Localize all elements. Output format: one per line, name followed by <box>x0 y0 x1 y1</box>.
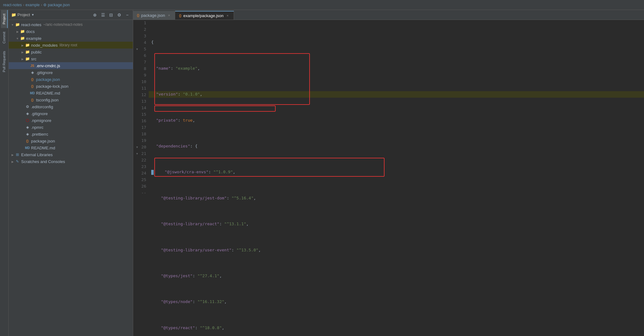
minus-icon[interactable]: − <box>124 12 130 18</box>
no-arrow <box>20 132 25 137</box>
folder-icon: 📁 <box>11 12 16 17</box>
tree-item-readme-outer[interactable]: MD README.md <box>9 144 133 151</box>
line-num-2: 2 <box>137 26 146 33</box>
gear-icon[interactable]: ⚙ <box>116 12 122 18</box>
file-tree: 📁 react-notes ~/aric-notes/react-notes 📁… <box>9 20 133 336</box>
tree-item-src[interactable]: 📁 src <box>9 55 133 62</box>
breadcrumb-file: ⚙ package.json <box>43 3 70 7</box>
lib-icon: ⊞ <box>15 152 20 157</box>
vtab-project[interactable]: Project <box>1 10 8 28</box>
sc-icon: ✎ <box>15 159 20 164</box>
tree-item-react-notes-root[interactable]: 📁 react-notes ~/aric-notes/react-notes <box>9 21 133 28</box>
tree-label-editorconfig: .editorconfig <box>31 105 53 109</box>
breadcrumb-example[interactable]: example <box>26 3 40 7</box>
chevron-right-icon <box>20 56 25 61</box>
no-arrow <box>20 118 25 123</box>
list-icon[interactable]: ☰ <box>100 12 106 18</box>
tree-item-example[interactable]: 📁 example <box>9 35 133 42</box>
tree-label-readme-inner: README.md <box>36 91 60 96</box>
tab-example-package-json[interactable]: {} example/package.json × <box>175 11 234 20</box>
left-vtabs: Project Commit Pull Requests <box>0 10 9 336</box>
line-num-23: 23 <box>137 164 146 170</box>
tree-label-package-json-outer: package.json <box>31 139 55 143</box>
tree-item-scratches[interactable]: ✎ Scratches and Consoles <box>9 158 133 165</box>
tree-label-package-lock: package-lock.json <box>36 84 68 89</box>
tree-item-gitignore-outer[interactable]: ◈ .gitignore <box>9 110 133 117</box>
no-arrow <box>20 145 25 150</box>
chevron-right-icon <box>10 159 15 164</box>
tree-item-npmignore[interactable]: ⬡ .npmignore <box>9 117 133 124</box>
tab-close-button[interactable]: × <box>226 13 230 18</box>
folder-icon: 📁 <box>20 29 25 34</box>
line-num-11: 11 <box>137 85 146 92</box>
tree-item-package-lock-json[interactable]: {} package-lock.json <box>9 83 133 90</box>
tab-label: example/package.json <box>183 13 223 18</box>
tree-item-docs[interactable]: 📁 docs <box>9 28 133 35</box>
line-num-9: 9 <box>137 72 146 79</box>
tree-item-editorconfig[interactable]: ⚙ .editorconfig <box>9 103 133 110</box>
tree-path-label: ~/aric-notes/react-notes <box>43 22 82 27</box>
breadcrumb-root[interactable]: react-notes <box>3 3 22 7</box>
project-title[interactable]: 📁 Project ▼ <box>11 12 35 17</box>
tree-item-external-libs[interactable]: ⊞ External Libraries <box>9 151 133 158</box>
tree-item-public[interactable]: 📁 public <box>9 49 133 55</box>
dropdown-arrow: ▼ <box>31 13 34 16</box>
no-arrow <box>20 125 25 130</box>
line-num-24: 24 <box>137 170 146 177</box>
tree-label-public: public <box>31 50 42 54</box>
line-num-26: 26 <box>137 183 146 190</box>
line-num-ellipsis: -- <box>137 190 146 196</box>
tab-close-button[interactable]: × <box>167 13 171 17</box>
vtab-commit[interactable]: Commit <box>1 28 8 47</box>
line-num-18: 18 <box>137 131 146 138</box>
code-line-7: "@testing-library/jest-dom": "^5.16.4", <box>149 195 644 202</box>
js-icon: JS <box>30 63 35 68</box>
tree-label-gitignore-inner: .gitignore <box>36 70 53 75</box>
no-arrow <box>25 91 30 96</box>
file-icon: ◈ <box>25 125 30 130</box>
editor-content[interactable]: 1 2 3 4 ▼5 6 7 8 9 10 11 12 13 14 15 <box>133 20 644 336</box>
md-icon: MD <box>25 145 30 150</box>
tree-label-npmignore: .npmignore <box>31 118 51 123</box>
tree-item-readme-inner[interactable]: MD README.md <box>9 90 133 96</box>
tree-item-package-json-inner[interactable]: {} package.json <box>9 76 133 83</box>
tab-icon: {} <box>137 14 139 17</box>
folder-icon: 📁 <box>25 43 30 48</box>
chevron-down-icon <box>10 22 15 27</box>
line-num-19: 19 <box>137 138 146 144</box>
line-num-12: 12 <box>137 92 146 98</box>
tab-package-json[interactable]: {} package.json × <box>133 11 175 20</box>
tree-label-env-cmdrc: .env-cmdrc.js <box>36 63 60 68</box>
tree-item-gitignore-inner[interactable]: ◈ .gitignore <box>9 69 133 76</box>
tree-item-node-modules[interactable]: 📁 node_modules library root <box>9 42 133 49</box>
json-icon: {} <box>30 84 35 89</box>
line-num-15: 15 <box>137 111 146 118</box>
breadcrumb-file-icon: ⚙ <box>43 3 47 7</box>
tree-item-env-cmdrc[interactable]: JS .env-cmdrc.js <box>9 62 133 69</box>
columns-icon[interactable]: ⊟ <box>108 12 114 18</box>
chevron-right-icon <box>20 43 25 48</box>
line-num-6: 6 <box>137 53 146 59</box>
code-line-12: "@types/react": "^18.0.8", <box>149 325 644 331</box>
code-line-2: "name": "example", <box>149 65 644 72</box>
code-line-9: "@testing-library/user-event": "^13.5.0"… <box>149 247 644 254</box>
tree-label-gitignore-outer: .gitignore <box>31 111 48 116</box>
tree-item-tsconfig[interactable]: {} tsconfig.json <box>9 96 133 103</box>
breadcrumb: react-notes › example › ⚙ package.json <box>3 3 70 7</box>
code-line-10: "@types/jest": "^27.4.1", <box>149 273 644 279</box>
globe-icon[interactable]: ⊕ <box>92 12 98 18</box>
line-num-1: 1 <box>137 20 146 26</box>
tree-label-node-modules: node_modules <box>31 43 58 48</box>
no-arrow <box>20 138 25 143</box>
tree-label-docs: docs <box>26 29 35 34</box>
tree-item-package-json-outer[interactable]: {} package.json <box>9 138 133 144</box>
code-area[interactable]: { "name": "example", "version": "0.1.0",… <box>149 20 644 336</box>
tree-item-prettierrc[interactable]: ◈ .prettierrc <box>9 131 133 138</box>
project-toolbar: 📁 Project ▼ ⊕ ☰ ⊟ ⚙ − <box>9 10 133 20</box>
vtab-pull-requests[interactable]: Pull Requests <box>1 47 8 76</box>
editor-area: {} package.json × {} example/package.jso… <box>133 10 644 336</box>
gear-icon: ⚙ <box>25 104 30 109</box>
line-num-5: ▼5 <box>137 46 146 53</box>
tree-item-npmrc[interactable]: ◈ .npmrc <box>9 124 133 131</box>
editor-wrapper: 1 2 3 4 ▼5 6 7 8 9 10 11 12 13 14 15 <box>133 20 644 336</box>
